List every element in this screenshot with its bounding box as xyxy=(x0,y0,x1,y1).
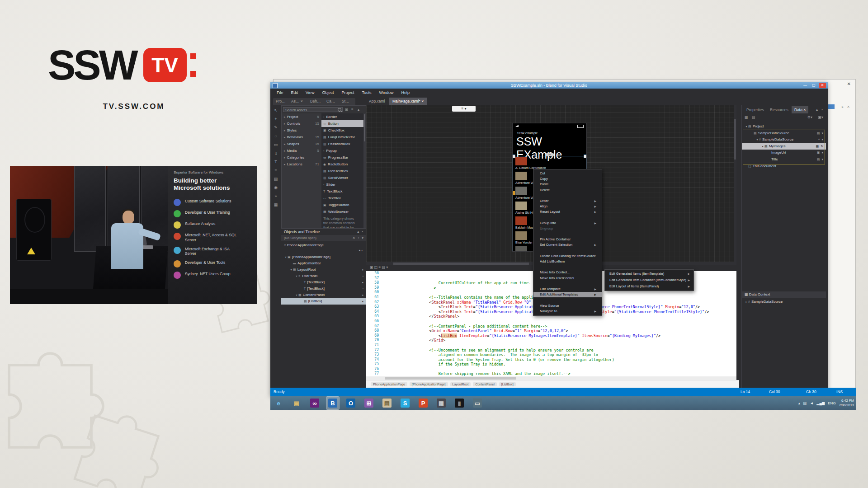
selection-move-grip[interactable]: ••• xyxy=(546,153,554,156)
objects-tree-row[interactable]: ▾ ▦ ContentPanel ● xyxy=(281,292,366,298)
context-menu-item[interactable]: Align ▶ xyxy=(533,204,602,209)
tool-icon[interactable]: T xyxy=(272,158,280,165)
tray-expand-icon[interactable]: ▴ xyxy=(798,401,800,405)
taskbar-app-icon[interactable]: ▣ xyxy=(290,397,303,409)
objects-tree-row[interactable]: ▾ ≡ TitlePanel ▪ xyxy=(281,273,366,279)
storyboard-add-icon[interactable]: + xyxy=(358,235,359,241)
context-menu-item[interactable]: Group Into ▶ xyxy=(533,221,602,226)
storyboard-close-icon[interactable]: ✕ xyxy=(353,235,355,241)
context-menu-item[interactable]: Create Data Binding for ItemsSource… xyxy=(533,253,602,259)
asset-item[interactable]: ▭TextBox xyxy=(321,195,363,202)
artboard-vscrollbar[interactable] xyxy=(734,105,736,262)
objects-tree-row[interactable]: T [TextBlock] ● xyxy=(281,279,366,286)
menu-item[interactable]: Tools xyxy=(362,90,371,95)
panel-tab[interactable]: As… × xyxy=(288,98,309,105)
data-list-view-icon[interactable]: ▦ xyxy=(745,115,748,119)
tab-data[interactable]: Data × xyxy=(792,106,808,113)
code-line[interactable]: 71 aligned on common boundaries. The ima… xyxy=(366,343,736,348)
data-context-item[interactable]: ▸ # SampleDataSource xyxy=(742,299,826,305)
asset-category[interactable]: ▸ Locations 71 xyxy=(282,161,321,168)
context-menu-item[interactable]: Make Into UserControl… xyxy=(533,276,602,281)
asset-category[interactable]: ▸ Media 5 xyxy=(282,147,321,154)
submenu-item[interactable]: Edit Layout of Items (ItemsPanel) ▶ xyxy=(605,283,693,290)
asset-item[interactable]: ▭ProgressBar xyxy=(321,154,363,161)
row-action-icon[interactable]: ▤ xyxy=(817,130,820,137)
tool-icon[interactable]: ▦ xyxy=(272,201,280,208)
context-menu-item[interactable]: View Source xyxy=(533,303,602,309)
row-action-icon[interactable]: ▦ xyxy=(816,143,819,150)
submenu-item[interactable]: Edit Generated Item Container (ItemConta… xyxy=(605,277,693,283)
asset-category[interactable]: ▸ Shapes 15 xyxy=(282,141,321,147)
context-menu-item[interactable]: Set Current Selection ▶ xyxy=(533,242,602,248)
menu-item[interactable]: View xyxy=(306,90,314,95)
expander-icon[interactable]: ▾ xyxy=(295,273,298,279)
breadcrumb-item[interactable]: [PhoneApplicationPage] xyxy=(410,382,448,386)
code-line[interactable]: 67 <ListBox ItemTemplate="{StaticResourc… xyxy=(366,324,736,329)
selection-handle-left[interactable] xyxy=(512,155,515,158)
objects-tree-row[interactable]: ▬ ApplicationBar xyxy=(281,260,366,267)
panel-tab[interactable]: Pro… xyxy=(273,98,290,105)
language-indicator[interactable]: ENG xyxy=(828,401,835,405)
code-line[interactable]: 66 <Grid x:Name="ContentPanel" Grid.Row=… xyxy=(366,319,736,324)
network-icon[interactable]: ▂▄▆ xyxy=(816,401,825,405)
taskbar-app-icon[interactable]: P xyxy=(417,397,429,409)
objects-tree-row[interactable]: ▾ ▣ [PhoneApplicationPage] xyxy=(281,254,366,260)
code-hscrollbar[interactable] xyxy=(366,376,736,380)
taskbar-app-icon[interactable]: ⊞ xyxy=(363,397,375,409)
asset-item[interactable]: ▫Slider xyxy=(321,181,363,188)
data-tree-row[interactable]: ▾ ▤ MyImages ▦ ↻ xyxy=(742,143,826,150)
tool-icon[interactable]: ↖ xyxy=(272,107,280,114)
assets-pin-icon[interactable]: ▴ xyxy=(358,108,359,112)
expander-icon[interactable]: ▾ xyxy=(284,254,288,260)
menu-item[interactable]: File xyxy=(277,90,283,95)
context-menu-item[interactable]: Add ListBoxItem xyxy=(533,259,602,264)
context-menu-item[interactable]: Delete xyxy=(533,188,602,193)
doc-tab-mainpage-xaml[interactable]: MainPage.xaml* × xyxy=(389,98,427,105)
breadcrumb-item[interactable]: LayoutRoot xyxy=(450,382,471,386)
context-menu-item[interactable]: Paste xyxy=(533,182,602,187)
data-tree-row[interactable]: ImageUri ▣ ▾ xyxy=(742,150,826,156)
datasource-options-icon[interactable]: ▣▾ xyxy=(818,115,823,119)
asset-item[interactable]: ▣ToggleButton xyxy=(321,202,363,208)
eye-icon[interactable]: ▪ xyxy=(363,273,363,279)
panel-tab[interactable]: Beh… xyxy=(307,98,326,105)
data-tree-row[interactable]: ▤ SampleDataSource ▤ ▾ xyxy=(742,130,826,137)
row-action-icon[interactable]: + xyxy=(818,136,820,143)
taskbar-app-icon[interactable]: O xyxy=(344,397,357,409)
artboard-scope-chip[interactable]: ≡ ▾ xyxy=(452,106,476,112)
context-menu-item[interactable]: Cut xyxy=(533,171,602,176)
background-window-close-icon[interactable]: ✕ xyxy=(847,81,851,86)
context-menu-item[interactable]: Copy xyxy=(533,176,602,182)
menu-item[interactable]: Help xyxy=(401,90,410,95)
grid-view-icon[interactable]: ⊞ xyxy=(345,108,348,112)
tab-properties[interactable]: Properties xyxy=(744,106,767,113)
asset-category[interactable]: ▸ Project 5 xyxy=(282,113,321,120)
breadcrumb-item[interactable]: [ListBox] xyxy=(499,382,516,386)
code-line[interactable]: 70 <!--Uncomment to see an alignment gri… xyxy=(366,338,736,343)
menu-item[interactable]: Project xyxy=(341,90,354,95)
context-menu-item[interactable]: Order ▶ xyxy=(533,198,602,204)
breadcrumb-item[interactable]: ContentPanel xyxy=(473,382,496,386)
background-window-x-icon[interactable]: ✕ xyxy=(847,105,850,109)
expander-icon[interactable]: ▾ xyxy=(761,143,764,150)
storyboard-menu-icon[interactable]: ▾ xyxy=(362,235,363,241)
asset-category[interactable]: ▸ Categories xyxy=(282,154,321,161)
tool-icon[interactable]: ≡ xyxy=(272,167,280,174)
context-menu-item[interactable] xyxy=(533,215,602,221)
panel-tab[interactable]: St… xyxy=(339,98,355,105)
tool-icon[interactable]: ✎ xyxy=(272,124,280,131)
taskbar-app-icon[interactable]: ▭ xyxy=(471,397,484,409)
tool-icon[interactable]: ◌ xyxy=(272,132,280,140)
taskbar-app-icon[interactable]: S xyxy=(399,397,411,409)
panel-tab[interactable]: Ca… xyxy=(324,98,341,105)
context-menu-item[interactable]: Make Into Control… xyxy=(533,270,602,275)
row-menu-icon[interactable]: ▾ xyxy=(821,156,823,163)
taskbar-app-icon[interactable]: B xyxy=(326,397,339,409)
tool-icon[interactable]: ◉ xyxy=(272,184,280,191)
pin-icon[interactable]: ▴ xyxy=(357,229,359,235)
context-menu-item[interactable] xyxy=(533,264,602,270)
right-panel-pin-icon[interactable]: ▴ xyxy=(816,108,818,112)
asset-item[interactable]: ▫Border xyxy=(321,113,363,120)
close-button[interactable]: ✕ xyxy=(819,83,826,88)
taskbar-app-icon[interactable]: ∞ xyxy=(308,397,321,409)
